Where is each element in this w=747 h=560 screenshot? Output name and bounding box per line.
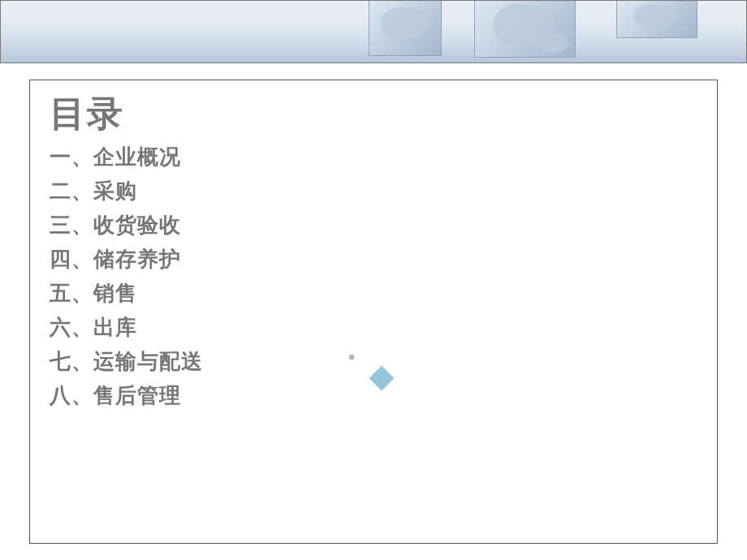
- decor-map-shape: [633, 4, 676, 28]
- page-title: 目录: [50, 93, 697, 135]
- slide-frame: 目录 一、企业概况 二、采购 三、收货验收 四、储存养护 五、销售 六、出库 七…: [29, 80, 718, 544]
- decor-cube: [369, 0, 442, 56]
- toc-item: 四、储存养护: [50, 242, 697, 276]
- decor-map-shape: [381, 7, 430, 40]
- toc-list: 一、企业概况 二、采购 三、收货验收 四、储存养护 五、销售 六、出库 七、运输…: [50, 140, 697, 413]
- decor-cube: [474, 0, 576, 58]
- decor-map-shape: [538, 32, 568, 54]
- decor-dot: [349, 355, 354, 360]
- toc-item: 二、采购: [50, 174, 697, 208]
- toc-item: 六、出库: [50, 310, 697, 344]
- toc-item: 八、售后管理: [50, 378, 697, 412]
- toc-item: 三、收货验收: [50, 208, 697, 242]
- header-banner: [0, 0, 747, 63]
- toc-item: 一、企业概况: [50, 140, 697, 174]
- decor-cube: [616, 0, 697, 38]
- toc-item: 五、销售: [50, 276, 697, 310]
